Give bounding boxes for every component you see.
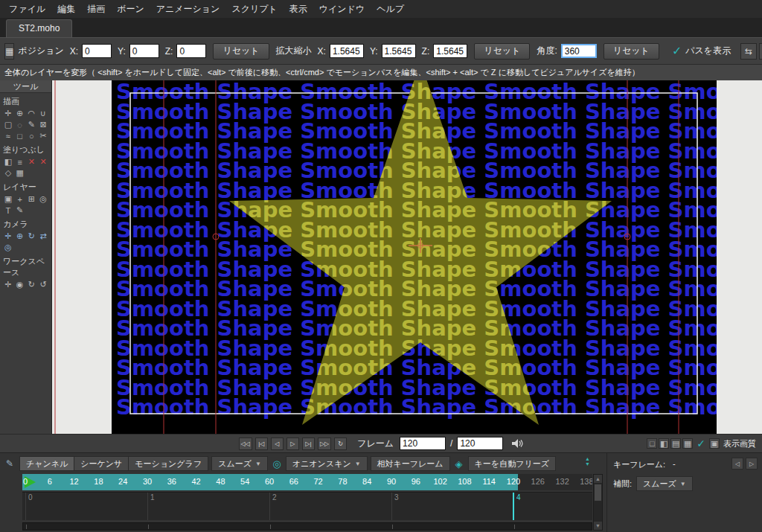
flip-horizontal-button[interactable]: ⇆ xyxy=(740,43,757,60)
menu-item-6[interactable]: 表示 xyxy=(284,3,313,16)
ellipse-icon[interactable]: ○ xyxy=(26,130,38,141)
menu-item-4[interactable]: アニメーション xyxy=(150,3,226,16)
scroll-up-icon[interactable]: ▲ xyxy=(594,475,602,483)
document-tab[interactable]: ST2.moho xyxy=(6,19,72,37)
transform-points-icon[interactable]: ✛ xyxy=(2,108,14,119)
frame-number-78[interactable]: 78 xyxy=(338,477,347,486)
frame-number-0[interactable]: 0 xyxy=(23,477,28,486)
layer-transform-icon[interactable]: ▣ xyxy=(2,193,14,205)
angle-reset-button[interactable]: リセット xyxy=(603,43,659,60)
text-tool-icon[interactable]: T xyxy=(2,205,14,216)
total-frames-input[interactable] xyxy=(457,437,503,450)
channel-expand-arrows[interactable]: ▲▼ xyxy=(585,456,590,467)
frame-number-6[interactable]: 6 xyxy=(48,477,52,486)
frame-number-12[interactable]: 12 xyxy=(69,477,78,486)
scroll-down-icon[interactable]: ▼ xyxy=(594,522,602,530)
select-points-icon[interactable]: ▢ xyxy=(2,119,14,130)
auto-freeze-button[interactable]: キーを自動フリーズ xyxy=(468,456,556,471)
frame-ruler[interactable]: 0612182430364248546066727884909610210811… xyxy=(22,474,592,490)
timeline-vertical-scrollbar[interactable]: ▲ ▼ xyxy=(593,474,603,531)
jump-to-start-button[interactable]: |◁ xyxy=(255,438,268,450)
menu-item-0[interactable]: ファイル xyxy=(3,3,51,16)
position-z-input[interactable] xyxy=(176,44,206,58)
paint-bucket-icon[interactable]: ◧ xyxy=(2,156,14,167)
prev-keyframe-icon[interactable]: ◁ xyxy=(731,458,743,469)
step-back-button[interactable]: ◁ xyxy=(271,438,284,450)
stroke-width-icon[interactable]: ≡ xyxy=(14,156,26,167)
add-layer-icon[interactable]: + xyxy=(14,193,26,205)
frame-number-84[interactable]: 84 xyxy=(362,477,371,486)
camera-roll-icon[interactable]: ↻ xyxy=(26,231,38,242)
scrollbar-thumb[interactable] xyxy=(595,484,601,501)
position-y-input[interactable] xyxy=(129,44,159,58)
timeline-rows[interactable]: 01234 xyxy=(22,492,592,520)
lasso-icon[interactable]: ◌ xyxy=(14,119,26,130)
playhead[interactable] xyxy=(513,493,514,520)
next-keyframe-icon[interactable]: ▷ xyxy=(746,458,758,469)
select-shape-icon[interactable]: ▦ xyxy=(14,167,26,179)
rewind-button[interactable]: ◁◁ xyxy=(239,438,252,450)
orbit-workspace-icon[interactable]: ↺ xyxy=(37,279,49,290)
eraser-icon[interactable]: ⊠ xyxy=(37,119,49,130)
camera-track-icon[interactable]: ✛ xyxy=(2,231,14,242)
add-point-icon[interactable]: ⊕ xyxy=(14,108,26,119)
canvas[interactable]: Smooth Shape Smooth Shape Smooth Shape S… xyxy=(52,80,762,434)
frame-number-138[interactable]: 138 xyxy=(580,477,592,486)
display-quality-checkbox[interactable]: ✓ xyxy=(697,438,705,449)
frame-number-102[interactable]: 102 xyxy=(433,477,446,486)
quality-smooth-icon[interactable]: ◧ xyxy=(659,438,669,449)
rotate-workspace-icon[interactable]: ↻ xyxy=(26,279,38,290)
frame-number-60[interactable]: 60 xyxy=(265,477,274,486)
jump-to-end-button[interactable]: ▷▷ xyxy=(318,438,331,450)
frame-number-54[interactable]: 54 xyxy=(240,477,249,486)
cut-shape-icon[interactable]: ✂ xyxy=(37,130,49,141)
frame-number-48[interactable]: 48 xyxy=(216,477,225,486)
quality-preview-icon[interactable]: ▤ xyxy=(670,438,681,449)
quality-wireframe-icon[interactable]: □ xyxy=(647,438,657,449)
onion-skin-dropdown[interactable]: オニオンスキン ▼ xyxy=(286,456,368,471)
frame-number-66[interactable]: 66 xyxy=(289,477,298,486)
auto-freeze-icon[interactable]: ◈ xyxy=(453,458,465,469)
canvas-area[interactable]: Smooth Shape Smooth Shape Smooth Shape S… xyxy=(52,80,762,434)
frame-number-30[interactable]: 30 xyxy=(143,477,152,486)
draw-pen-icon[interactable]: ✎ xyxy=(26,119,38,130)
scale-reset-button[interactable]: リセット xyxy=(474,43,530,60)
onion-skin-icon[interactable]: ◎ xyxy=(271,458,283,469)
frame-number-108[interactable]: 108 xyxy=(458,477,471,486)
audio-icon[interactable] xyxy=(512,439,523,448)
position-x-input[interactable] xyxy=(82,44,112,58)
frame-number-18[interactable]: 18 xyxy=(94,477,103,486)
camera-orbit-icon[interactable]: ◎ xyxy=(2,242,14,253)
show-path-checkbox[interactable]: ✓ xyxy=(672,44,682,58)
layer-origin-icon[interactable]: ◎ xyxy=(37,193,49,205)
timeline-tab-channels[interactable]: チャンネル xyxy=(19,456,74,471)
line-style-icon[interactable]: ◇ xyxy=(2,167,14,179)
menu-item-1[interactable]: 編集 xyxy=(51,3,81,16)
menu-item-2[interactable]: 描画 xyxy=(81,3,111,16)
timeline-tab-sequencer[interactable]: シーケンサ xyxy=(74,456,129,471)
frame-number-114[interactable]: 114 xyxy=(482,477,496,486)
scale-z-input[interactable] xyxy=(433,44,467,58)
frame-number-132[interactable]: 132 xyxy=(555,477,569,486)
timeline-options-icon[interactable]: ✎ xyxy=(3,458,16,469)
transform-layer-icon[interactable]: ▦ xyxy=(4,43,14,60)
interpolation-dropdown[interactable]: スムーズ ▼ xyxy=(636,476,693,491)
scale-x-input[interactable] xyxy=(330,44,364,58)
angle-input[interactable] xyxy=(561,44,597,58)
frame-number-90[interactable]: 90 xyxy=(387,477,396,486)
frame-number-120[interactable]: 120 xyxy=(507,477,520,486)
rectangle-icon[interactable]: □ xyxy=(14,130,26,141)
step-forward-button[interactable]: ▷| xyxy=(302,438,315,450)
duplicate-layer-icon[interactable]: ⊞ xyxy=(26,193,38,205)
camera-zoom-icon[interactable]: ⊕ xyxy=(14,231,26,242)
frame-number-42[interactable]: 42 xyxy=(191,477,200,486)
freehand-icon[interactable]: ≈ xyxy=(2,130,14,141)
frame-number-126[interactable]: 126 xyxy=(531,477,545,486)
camera-pan-tilt-icon[interactable]: ⇄ xyxy=(37,231,49,242)
curvature-icon[interactable]: ◠ xyxy=(26,108,38,119)
magnet-icon[interactable]: ∪ xyxy=(37,108,49,119)
timeline-horizontal-scrollbar[interactable] xyxy=(22,522,592,531)
flip-vertical-button[interactable]: ⇅ xyxy=(759,43,762,60)
relative-keyframes-button[interactable]: 相対キーフレーム xyxy=(371,456,450,471)
zoom-workspace-icon[interactable]: ◉ xyxy=(14,279,26,290)
